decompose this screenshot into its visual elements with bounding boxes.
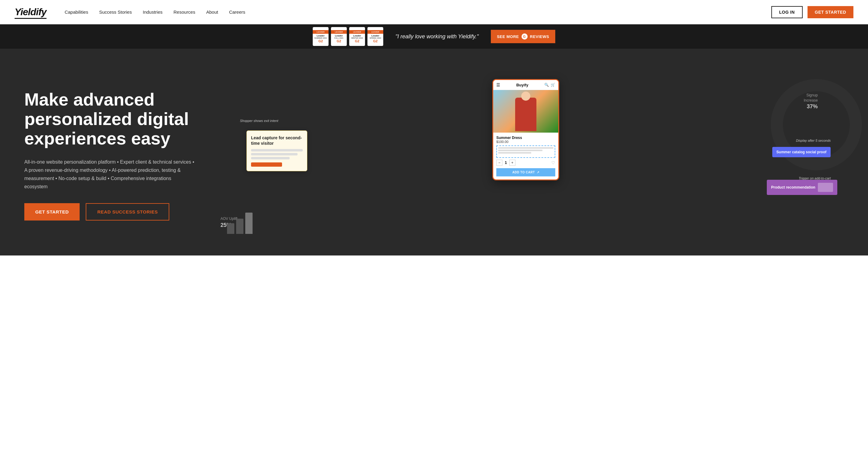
product-rec-image-placeholder	[818, 183, 833, 192]
add-to-cart-label: ADD TO CART	[513, 171, 535, 174]
nav-capabilities[interactable]: Capabilities	[65, 9, 88, 15]
search-icon: 🔍	[544, 83, 549, 87]
popup-line-1	[251, 149, 303, 151]
product-recommendation-badge: Product recommendation	[767, 180, 837, 195]
get-started-hero-button[interactable]: GET STARTED	[24, 203, 80, 221]
cart-arrow-icon: ↗	[537, 171, 539, 174]
reviews-label: REVIEWS	[530, 34, 549, 39]
hero-section: Make advanced personalized digital exper…	[0, 49, 868, 255]
product-details-dashed	[496, 145, 555, 158]
phone-header: ☰ Buyify 🔍 🛒	[493, 80, 558, 90]
bar-chart	[227, 209, 253, 234]
social-proof-badge: Summer catalog social proof	[772, 147, 831, 157]
see-more-reviews-button[interactable]: SEE MORE G REVIEWS	[491, 30, 555, 43]
bar-2	[236, 219, 243, 234]
lead-capture-form-lines	[251, 149, 303, 160]
lead-capture-title: Lead capture for second-time visitor	[251, 135, 303, 146]
lead-capture-popup: Lead capture for second-time visitor	[246, 131, 307, 171]
qty-decrease-button[interactable]: −	[496, 160, 502, 166]
bar-3	[245, 212, 253, 234]
hero-visual: SignupIncrease 37% Shopper shows exit in…	[194, 73, 844, 237]
see-more-label: SEE MORE	[497, 34, 519, 39]
cart-icon: 🛒	[551, 83, 555, 87]
logo-underline	[14, 18, 46, 19]
popup-cta-btn	[251, 163, 282, 167]
hero-description: All-in-one website personalization platf…	[24, 158, 194, 191]
phone-menu-icon: ☰	[496, 82, 500, 87]
qty-value: 1	[505, 161, 507, 165]
hero-content: Make advanced personalized digital exper…	[24, 90, 194, 220]
logo[interactable]: Yieldify	[14, 6, 46, 18]
nav-industries[interactable]: Industries	[143, 9, 163, 15]
dress-figure	[515, 97, 536, 131]
social-proof-banner: LEADER Leader SUMMER 2021 G2 LEADER Lead…	[0, 24, 868, 49]
signup-increase-stat: SignupIncrease 37%	[804, 93, 818, 111]
desc-line-2	[498, 150, 542, 151]
nav-resources[interactable]: Resources	[174, 9, 195, 15]
phone-mockup: ☰ Buyify 🔍 🛒 Summer Dress $100.00	[492, 79, 559, 180]
product-image	[493, 90, 558, 133]
g2-badge-fall-2021: LEADER Leader FALL 2021 G2	[331, 27, 347, 46]
add-to-cart-button[interactable]: ADD TO CART ↗	[496, 168, 555, 176]
qty-increase-button[interactable]: +	[509, 160, 516, 166]
login-button[interactable]: LOG IN	[771, 6, 803, 18]
nav-about[interactable]: About	[206, 9, 218, 15]
hero-actions: GET STARTED READ SUCCESS STORIES	[24, 203, 194, 221]
nav-links: Capabilities Success Stories Industries …	[65, 9, 771, 15]
signup-increase-value: 37%	[804, 103, 818, 110]
desc-line-3	[498, 152, 531, 153]
get-started-nav-button[interactable]: GET STARTED	[808, 6, 854, 18]
navbar: Yieldify Capabilities Success Stories In…	[0, 0, 868, 24]
product-name: Summer Dress	[496, 136, 555, 140]
product-rec-label: Product recommendation	[771, 185, 815, 190]
nav-success-stories[interactable]: Success Stories	[99, 9, 132, 15]
g2-badge-summer-2021: LEADER Leader SUMMER 2021 G2	[313, 27, 329, 46]
g2-badge-winter-2022: LEADER Leader WINTER 2022 G2	[349, 27, 365, 46]
phone-brand-name: Buyify	[516, 83, 529, 87]
read-success-stories-button[interactable]: READ SUCCESS STORIES	[86, 203, 169, 221]
phone-header-icons: 🔍 🛒	[544, 83, 555, 87]
g2-badges: LEADER Leader SUMMER 2021 G2 LEADER Lead…	[313, 27, 383, 46]
nav-actions: LOG IN GET STARTED	[771, 6, 854, 18]
exit-intent-tag: Shopper shows exit intent	[240, 119, 278, 122]
wishlist-icon[interactable]: ♡	[551, 160, 555, 165]
product-description-lines	[498, 147, 553, 153]
g2-badge-spring-2022: LEADER Leader SPRING 2022 G2	[367, 27, 383, 46]
hero-title: Make advanced personalized digital exper…	[24, 90, 194, 148]
display-after-tag: Display after 5 seconds	[796, 139, 831, 142]
bar-1	[227, 223, 234, 234]
banner-quote: "I really love working with Yieldify."	[395, 33, 479, 40]
popup-line-3	[251, 157, 290, 160]
product-price: $100.00	[496, 140, 555, 144]
signup-increase-label: SignupIncrease	[804, 93, 818, 103]
desc-line-1	[498, 147, 553, 149]
nav-careers[interactable]: Careers	[229, 9, 245, 15]
popup-line-2	[251, 153, 298, 155]
product-qty-row: − 1 + ♡	[496, 160, 555, 166]
phone-product-info: Summer Dress $100.00 − 1 + ♡	[493, 133, 558, 179]
g2-logo-icon: G	[522, 33, 528, 39]
